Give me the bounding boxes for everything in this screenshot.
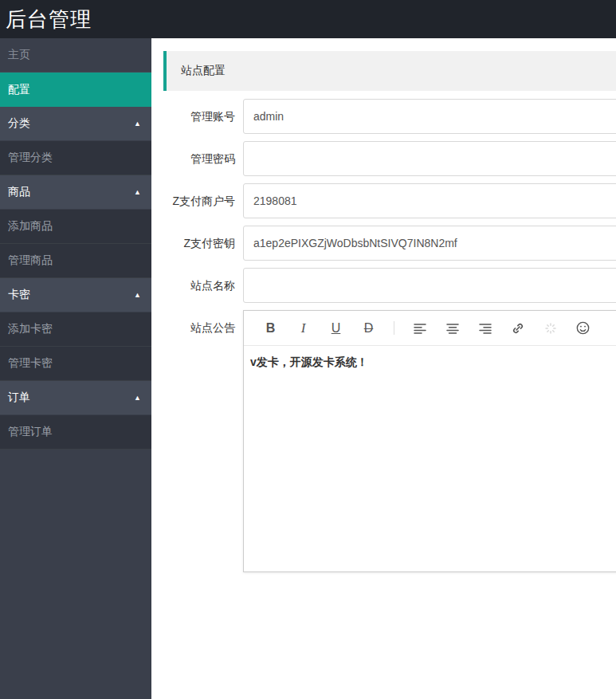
sidebar-item-manage-category[interactable]: 管理分类 xyxy=(0,141,151,175)
sidebar-item-label: 管理商品 xyxy=(8,253,53,268)
field-label: 管理账号 xyxy=(151,99,243,134)
editor-toolbar: BIUD xyxy=(244,311,616,346)
toolbar-divider xyxy=(394,321,394,335)
sidebar: 主页配置分类▲管理分类商品▲添加商品管理商品卡密▲添加卡密管理卡密订单▲管理订单 xyxy=(0,38,151,699)
sidebar-item-label: 管理分类 xyxy=(8,151,53,165)
main-content: 站点配置 管理账号管理密码Z支付商户号Z支付密钥站点名称 站点公告 BIUD v… xyxy=(151,38,616,699)
form-fields: 管理账号管理密码Z支付商户号Z支付密钥站点名称 xyxy=(151,99,616,303)
rich-text-editor: BIUD v发卡，开源发卡系统！ xyxy=(243,310,616,572)
emoji-icon[interactable] xyxy=(567,316,599,340)
config-form: 管理账号管理密码Z支付商户号Z支付密钥站点名称 站点公告 BIUD v发卡，开源… xyxy=(151,99,616,572)
field-label: 管理密码 xyxy=(151,141,243,176)
align-left-icon[interactable] xyxy=(403,316,436,340)
editor-content-area[interactable]: v发卡，开源发卡系统！ xyxy=(244,346,616,571)
app-header: 后台管理 xyxy=(0,0,616,38)
sidebar-item-order[interactable]: 订单▲ xyxy=(0,381,151,415)
bold-icon[interactable]: B xyxy=(254,316,287,340)
panel-title: 站点配置 xyxy=(181,64,226,78)
app-title: 后台管理 xyxy=(6,6,92,33)
form-row-admin-password: 管理密码 xyxy=(151,141,616,176)
chevron-up-icon: ▲ xyxy=(134,292,141,299)
field-label: 站点名称 xyxy=(151,268,243,303)
sidebar-item-manage-cardkey[interactable]: 管理卡密 xyxy=(0,347,151,381)
strikethrough-icon[interactable]: D xyxy=(352,316,385,340)
sidebar-item-cardkey[interactable]: 卡密▲ xyxy=(0,278,151,312)
underline-icon[interactable]: U xyxy=(320,316,352,340)
panel-header: 站点配置 xyxy=(163,51,616,91)
field-label: 站点公告 xyxy=(151,310,243,345)
zpay-merchant-id-input[interactable] xyxy=(243,183,616,218)
sidebar-item-label: 主页 xyxy=(8,48,30,62)
sidebar-item-home[interactable]: 主页 xyxy=(0,38,151,73)
chevron-up-icon: ▲ xyxy=(134,395,141,402)
sidebar-item-label: 管理卡密 xyxy=(8,356,53,371)
admin-password-input[interactable] xyxy=(243,141,616,176)
link-icon[interactable] xyxy=(501,316,534,340)
field-label: Z支付密钥 xyxy=(151,226,243,261)
sidebar-nav: 主页配置分类▲管理分类商品▲添加商品管理商品卡密▲添加卡密管理卡密订单▲管理订单 xyxy=(0,38,151,450)
chevron-up-icon: ▲ xyxy=(134,189,141,196)
form-row-site-announcement: 站点公告 BIUD v发卡，开源发卡系统！ xyxy=(151,310,616,572)
italic-icon[interactable]: I xyxy=(287,316,320,340)
sidebar-item-manage-order[interactable]: 管理订单 xyxy=(0,415,151,450)
sidebar-item-category[interactable]: 分类▲ xyxy=(0,107,151,141)
form-row-site-name: 站点名称 xyxy=(151,268,616,303)
sidebar-item-label: 订单 xyxy=(8,391,30,405)
sidebar-item-add-product[interactable]: 添加商品 xyxy=(0,210,151,244)
sidebar-item-add-cardkey[interactable]: 添加卡密 xyxy=(0,312,151,347)
sidebar-item-label: 分类 xyxy=(8,116,30,131)
align-center-icon[interactable] xyxy=(436,316,469,340)
field-label: Z支付商户号 xyxy=(151,183,243,218)
sidebar-item-label: 添加商品 xyxy=(8,219,53,234)
form-row-admin-account: 管理账号 xyxy=(151,99,616,134)
sidebar-item-config[interactable]: 配置 xyxy=(0,73,151,107)
zpay-secret-input[interactable] xyxy=(243,226,616,261)
align-right-icon[interactable] xyxy=(469,316,501,340)
sidebar-item-product[interactable]: 商品▲ xyxy=(0,175,151,210)
unlink-icon xyxy=(534,316,567,340)
sidebar-item-label: 配置 xyxy=(8,83,30,97)
page-layout: 主页配置分类▲管理分类商品▲添加商品管理商品卡密▲添加卡密管理卡密订单▲管理订单… xyxy=(0,38,616,699)
form-row-zpay-secret: Z支付密钥 xyxy=(151,226,616,261)
sidebar-item-label: 商品 xyxy=(8,185,30,199)
chevron-up-icon: ▲ xyxy=(134,120,141,128)
form-row-zpay-merchant-id: Z支付商户号 xyxy=(151,183,616,218)
site-name-input[interactable] xyxy=(243,268,616,303)
sidebar-item-label: 卡密 xyxy=(8,288,30,302)
admin-account-input[interactable] xyxy=(243,99,616,134)
sidebar-item-label: 管理订单 xyxy=(8,425,53,439)
sidebar-item-label: 添加卡密 xyxy=(8,322,53,336)
sidebar-item-manage-product[interactable]: 管理商品 xyxy=(0,244,151,278)
